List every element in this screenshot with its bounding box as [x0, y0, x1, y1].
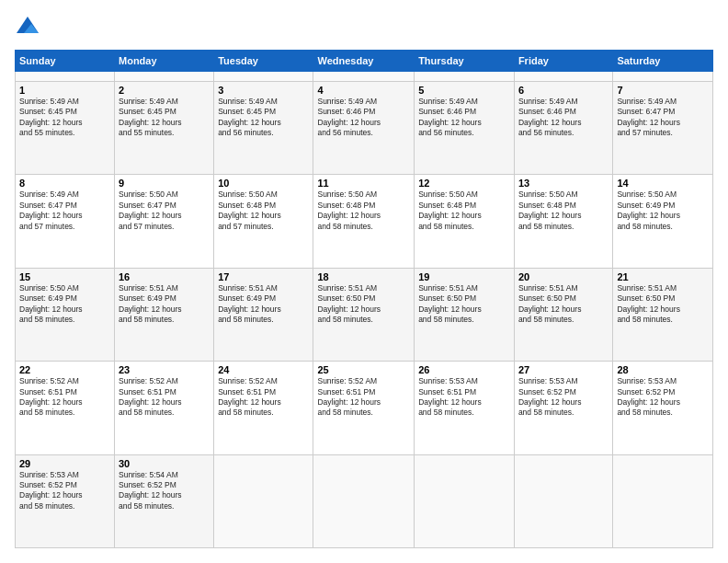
col-header-tuesday: Tuesday: [214, 51, 313, 72]
calendar-cell: 18Sunrise: 5:51 AM Sunset: 6:50 PM Dayli…: [313, 268, 415, 361]
day-info: Sunrise: 5:51 AM Sunset: 6:50 PM Dayligh…: [418, 283, 510, 326]
calendar-table: SundayMondayTuesdayWednesdayThursdayFrid…: [15, 50, 713, 548]
day-info: Sunrise: 5:49 AM Sunset: 6:45 PM Dayligh…: [218, 97, 309, 139]
day-info: Sunrise: 5:50 AM Sunset: 6:48 PM Dayligh…: [317, 190, 410, 232]
calendar-cell: 3Sunrise: 5:49 AM Sunset: 6:45 PM Daylig…: [214, 81, 313, 174]
day-number: 17: [218, 271, 309, 282]
calendar-cell: 5Sunrise: 5:49 AM Sunset: 6:46 PM Daylig…: [415, 81, 515, 174]
day-number: 25: [317, 364, 410, 375]
calendar-cell: [214, 72, 313, 82]
day-number: 16: [119, 271, 210, 282]
calendar-cell: 25Sunrise: 5:52 AM Sunset: 6:51 PM Dayli…: [313, 362, 415, 454]
day-info: Sunrise: 5:51 AM Sunset: 6:49 PM Dayligh…: [119, 283, 210, 326]
calendar-cell: 9Sunrise: 5:50 AM Sunset: 6:47 PM Daylig…: [115, 175, 214, 268]
day-number: 7: [617, 85, 709, 96]
calendar-cell: 29Sunrise: 5:53 AM Sunset: 6:52 PM Dayli…: [16, 454, 115, 547]
day-number: 22: [19, 364, 110, 375]
day-info: Sunrise: 5:52 AM Sunset: 6:51 PM Dayligh…: [317, 376, 410, 419]
calendar-cell: [613, 454, 713, 547]
calendar-week-row: 8Sunrise: 5:49 AM Sunset: 6:47 PM Daylig…: [16, 175, 713, 268]
day-info: Sunrise: 5:53 AM Sunset: 6:51 PM Dayligh…: [418, 376, 510, 419]
day-number: 24: [218, 364, 309, 375]
calendar-cell: 24Sunrise: 5:52 AM Sunset: 6:51 PM Dayli…: [214, 362, 313, 454]
day-info: Sunrise: 5:52 AM Sunset: 6:51 PM Dayligh…: [218, 376, 309, 419]
day-info: Sunrise: 5:49 AM Sunset: 6:45 PM Dayligh…: [19, 97, 110, 139]
calendar-cell: [115, 72, 214, 82]
calendar-cell: [313, 72, 415, 82]
header: [15, 15, 713, 40]
day-number: 2: [119, 85, 210, 96]
day-info: Sunrise: 5:50 AM Sunset: 6:48 PM Dayligh…: [518, 190, 609, 232]
calendar-week-row: [16, 72, 713, 82]
calendar-cell: 12Sunrise: 5:50 AM Sunset: 6:48 PM Dayli…: [415, 175, 515, 268]
calendar-cell: 27Sunrise: 5:53 AM Sunset: 6:52 PM Dayli…: [514, 362, 612, 454]
calendar-week-row: 29Sunrise: 5:53 AM Sunset: 6:52 PM Dayli…: [16, 454, 713, 547]
calendar-cell: 30Sunrise: 5:54 AM Sunset: 6:52 PM Dayli…: [115, 454, 214, 547]
page: SundayMondayTuesdayWednesdayThursdayFrid…: [0, 0, 728, 563]
day-number: 19: [418, 271, 510, 282]
day-number: 28: [617, 364, 709, 375]
day-info: Sunrise: 5:54 AM Sunset: 6:52 PM Dayligh…: [119, 470, 210, 512]
day-number: 20: [518, 271, 609, 282]
calendar-cell: 16Sunrise: 5:51 AM Sunset: 6:49 PM Dayli…: [115, 268, 214, 361]
day-info: Sunrise: 5:52 AM Sunset: 6:51 PM Dayligh…: [119, 376, 210, 419]
day-info: Sunrise: 5:49 AM Sunset: 6:46 PM Dayligh…: [518, 97, 609, 139]
calendar-cell: [415, 454, 515, 547]
day-number: 10: [218, 178, 309, 189]
col-header-friday: Friday: [514, 51, 612, 72]
calendar-cell: [514, 454, 612, 547]
calendar-cell: [613, 72, 713, 82]
col-header-monday: Monday: [115, 51, 214, 72]
day-info: Sunrise: 5:53 AM Sunset: 6:52 PM Dayligh…: [617, 376, 709, 419]
day-info: Sunrise: 5:50 AM Sunset: 6:49 PM Dayligh…: [19, 283, 110, 326]
col-header-thursday: Thursday: [415, 51, 515, 72]
day-number: 15: [19, 271, 110, 282]
day-info: Sunrise: 5:53 AM Sunset: 6:52 PM Dayligh…: [19, 470, 110, 512]
col-header-wednesday: Wednesday: [313, 51, 415, 72]
calendar-cell: 22Sunrise: 5:52 AM Sunset: 6:51 PM Dayli…: [16, 362, 115, 454]
day-number: 18: [317, 271, 410, 282]
day-info: Sunrise: 5:52 AM Sunset: 6:51 PM Dayligh…: [19, 376, 110, 419]
calendar-cell: 14Sunrise: 5:50 AM Sunset: 6:49 PM Dayli…: [613, 175, 713, 268]
day-number: 27: [518, 364, 609, 375]
day-info: Sunrise: 5:49 AM Sunset: 6:46 PM Dayligh…: [418, 97, 510, 139]
day-info: Sunrise: 5:49 AM Sunset: 6:47 PM Dayligh…: [617, 97, 709, 139]
calendar-cell: 6Sunrise: 5:49 AM Sunset: 6:46 PM Daylig…: [514, 81, 612, 174]
day-number: 13: [518, 178, 609, 189]
day-number: 8: [19, 178, 110, 189]
day-info: Sunrise: 5:49 AM Sunset: 6:47 PM Dayligh…: [19, 190, 110, 232]
day-info: Sunrise: 5:50 AM Sunset: 6:48 PM Dayligh…: [418, 190, 510, 232]
day-info: Sunrise: 5:50 AM Sunset: 6:49 PM Dayligh…: [617, 190, 709, 232]
calendar-cell: 28Sunrise: 5:53 AM Sunset: 6:52 PM Dayli…: [613, 362, 713, 454]
calendar-cell: 2Sunrise: 5:49 AM Sunset: 6:45 PM Daylig…: [115, 81, 214, 174]
day-number: 29: [19, 458, 110, 469]
day-info: Sunrise: 5:51 AM Sunset: 6:50 PM Dayligh…: [518, 283, 609, 326]
calendar-cell: 11Sunrise: 5:50 AM Sunset: 6:48 PM Dayli…: [313, 175, 415, 268]
calendar-cell: 19Sunrise: 5:51 AM Sunset: 6:50 PM Dayli…: [415, 268, 515, 361]
col-header-saturday: Saturday: [613, 51, 713, 72]
day-info: Sunrise: 5:51 AM Sunset: 6:49 PM Dayligh…: [218, 283, 309, 326]
day-number: 3: [218, 85, 309, 96]
day-number: 12: [418, 178, 510, 189]
logo: [15, 15, 44, 40]
calendar-cell: [415, 72, 515, 82]
calendar-cell: 10Sunrise: 5:50 AM Sunset: 6:48 PM Dayli…: [214, 175, 313, 268]
day-info: Sunrise: 5:50 AM Sunset: 6:47 PM Dayligh…: [119, 190, 210, 232]
calendar-cell: 7Sunrise: 5:49 AM Sunset: 6:47 PM Daylig…: [613, 81, 713, 174]
logo-icon: [15, 15, 40, 40]
calendar-cell: 26Sunrise: 5:53 AM Sunset: 6:51 PM Dayli…: [415, 362, 515, 454]
day-number: 30: [119, 458, 210, 469]
calendar-cell: 20Sunrise: 5:51 AM Sunset: 6:50 PM Dayli…: [514, 268, 612, 361]
calendar-cell: 13Sunrise: 5:50 AM Sunset: 6:48 PM Dayli…: [514, 175, 612, 268]
col-header-sunday: Sunday: [16, 51, 115, 72]
calendar-cell: 4Sunrise: 5:49 AM Sunset: 6:46 PM Daylig…: [313, 81, 415, 174]
day-number: 23: [119, 364, 210, 375]
calendar-cell: 15Sunrise: 5:50 AM Sunset: 6:49 PM Dayli…: [16, 268, 115, 361]
calendar-week-row: 22Sunrise: 5:52 AM Sunset: 6:51 PM Dayli…: [16, 362, 713, 454]
day-number: 26: [418, 364, 510, 375]
calendar-cell: 1Sunrise: 5:49 AM Sunset: 6:45 PM Daylig…: [16, 81, 115, 174]
calendar-week-row: 1Sunrise: 5:49 AM Sunset: 6:45 PM Daylig…: [16, 81, 713, 174]
calendar-cell: [514, 72, 612, 82]
day-number: 1: [19, 85, 110, 96]
day-info: Sunrise: 5:51 AM Sunset: 6:50 PM Dayligh…: [617, 283, 709, 326]
